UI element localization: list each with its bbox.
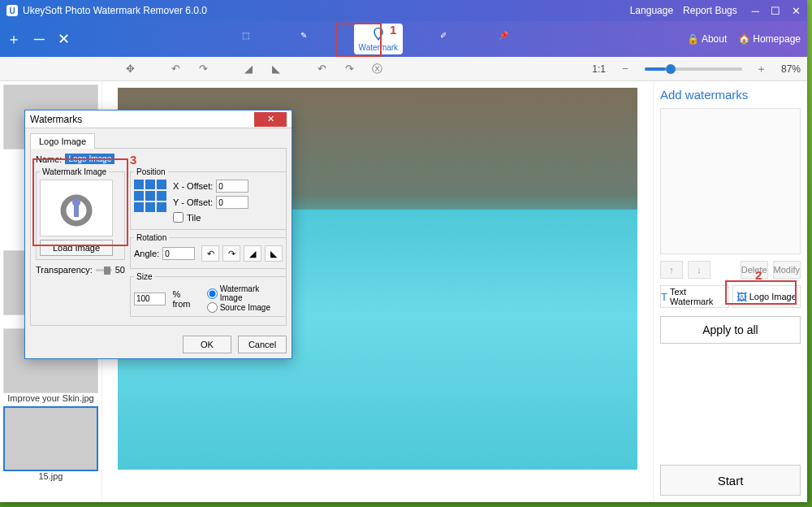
homepage-link[interactable]: 🏠Homepage [738, 33, 801, 45]
undo-icon[interactable]: ↶ [313, 61, 330, 77]
svg-rect-2 [74, 204, 79, 217]
x-offset-label: X - Offset: [173, 181, 213, 191]
report-bugs-link[interactable]: Report Bugs [683, 5, 737, 16]
callout-1: 1 [390, 23, 396, 37]
titlebar: U UkeySoft Photo Watermark Remover 6.0.0… [0, 0, 807, 21]
name-input[interactable]: Logo Image [65, 154, 114, 164]
add-icon[interactable]: ＋ [6, 29, 21, 49]
watermarks-dialog: Watermarks ✕ Logo Image Name: Logo Image… [24, 110, 292, 359]
transparency-label: Transparency: [36, 265, 93, 275]
minimize-icon[interactable]: ─ [752, 5, 759, 17]
position-legend: Position [134, 167, 168, 176]
radio-source-image[interactable] [207, 302, 218, 313]
close-icon[interactable]: ✕ [792, 5, 801, 17]
transparency-slider[interactable] [96, 269, 112, 271]
zoom-out-icon[interactable]: − [617, 61, 633, 77]
angle-input[interactable]: 0 [162, 247, 195, 260]
move-icon[interactable]: ✥ [122, 61, 138, 77]
side-panel: Add watermarks ↑ ↓ Delete Modify TText W… [653, 81, 807, 502]
rotate-cw-icon[interactable]: ↷ [222, 245, 240, 262]
crop-tool[interactable]: ⬚ [237, 28, 263, 50]
remove-icon[interactable]: ✕ [58, 30, 70, 48]
radio-watermark-image[interactable] [207, 288, 218, 299]
maximize-icon[interactable]: ☐ [771, 5, 780, 17]
secondary-toolbar: ✥ ↶ ↷ ◢ ◣ ↶ ↷ ⓧ 1:1 − ＋ 87% [0, 57, 807, 81]
transparency-value: 50 [115, 265, 125, 275]
name-label: Name: [36, 154, 62, 164]
eraser-tool[interactable]: ✐ [435, 28, 461, 50]
pin-tool[interactable]: 📌 [494, 28, 520, 50]
rotate-ccw-icon[interactable]: ↶ [201, 245, 219, 262]
dialog-title: Watermarks [30, 114, 254, 125]
size-unit: % from [172, 289, 200, 309]
minus-icon[interactable]: ─ [34, 31, 45, 48]
app-logo: U [6, 5, 18, 16]
lock-icon: 🔒 [687, 33, 699, 45]
flip-v-icon[interactable]: ◣ [268, 61, 284, 77]
callout-2: 2 [755, 268, 762, 282]
zoom-slider[interactable] [645, 67, 742, 71]
flip-h-icon[interactable]: ◢ [244, 245, 261, 262]
move-down-icon[interactable]: ↓ [688, 261, 710, 279]
logo-image-tab[interactable]: Logo Image [30, 133, 95, 149]
text-icon: T [661, 291, 667, 303]
zoom-ratio[interactable]: 1:1 [592, 63, 606, 75]
zoom-in-icon[interactable]: ＋ [754, 61, 770, 77]
logo-image-button[interactable]: 🖼Logo Image [732, 285, 801, 308]
dialog-close-button[interactable]: ✕ [254, 112, 287, 127]
move-up-icon[interactable]: ↑ [660, 261, 683, 279]
tile-checkbox[interactable] [173, 212, 184, 223]
app-title: UkeySoft Photo Watermark Remover 6.0.0 [23, 5, 207, 16]
clear-icon[interactable]: ⓧ [369, 61, 385, 77]
y-offset-label: Y - Offset: [173, 197, 213, 207]
watermark-tool-label: Watermark [359, 43, 399, 52]
zoom-percent: 87% [781, 63, 801, 75]
size-input[interactable]: 100 [134, 292, 166, 306]
y-offset-input[interactable]: 0 [216, 196, 248, 209]
ok-button[interactable]: OK [183, 336, 231, 353]
image-icon: 🖼 [736, 291, 747, 303]
text-watermark-button[interactable]: TText Watermark [660, 285, 729, 308]
x-offset-input[interactable]: 0 [216, 180, 248, 193]
rotation-legend: Rotation [134, 233, 169, 242]
home-icon: 🏠 [738, 33, 750, 45]
brush-tool[interactable]: ✎ [296, 28, 322, 50]
language-link[interactable]: Language [630, 5, 673, 16]
cancel-button[interactable]: Cancel [238, 336, 287, 353]
redo-icon[interactable]: ↷ [341, 61, 357, 77]
flip-v-icon[interactable]: ◣ [265, 245, 283, 262]
flip-h-icon[interactable]: ◢ [240, 61, 257, 77]
watermark-image-legend: Watermark Image [40, 167, 109, 176]
delete-button[interactable]: Delete [741, 261, 768, 279]
apply-to-all-button[interactable]: Apply to all [660, 316, 801, 344]
angle-label: Angle: [134, 249, 159, 258]
ribbon: ＋ ─ ✕ ⬚ ✎ Watermark ✐ 📌 🔒About 🏠Homepage [0, 21, 807, 57]
start-button[interactable]: Start [660, 465, 801, 496]
thumb-item[interactable]: 15.jpg [3, 406, 98, 481]
modify-button[interactable]: Modify [773, 261, 801, 279]
position-grid[interactable] [134, 180, 166, 212]
callout-3: 3 [130, 153, 136, 167]
rotate-right-icon[interactable]: ↷ [195, 61, 211, 77]
about-link[interactable]: 🔒About [687, 33, 727, 45]
watermark-logo-preview [40, 180, 113, 236]
size-legend: Size [134, 272, 154, 281]
watermark-preview [660, 108, 801, 254]
load-image-button[interactable]: Load Image [40, 240, 113, 256]
rotate-left-icon[interactable]: ↶ [167, 61, 184, 77]
side-panel-title: Add watermarks [660, 88, 801, 102]
